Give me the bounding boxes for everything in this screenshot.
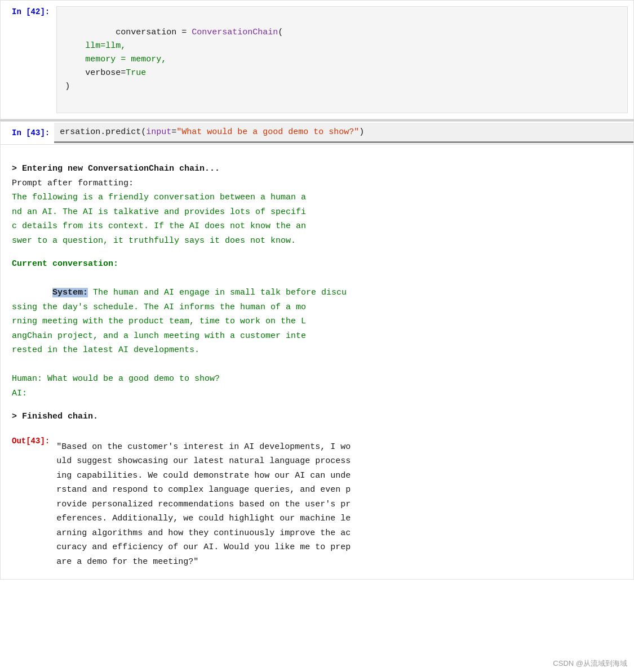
- cell-43-out-label: Out[43]:: [1, 430, 54, 580]
- input-arg: input: [146, 127, 171, 137]
- notebook-container: In [42]: conversation = ConversationChai…: [0, 0, 634, 672]
- csdn-watermark: CSDN @从流域到海域: [553, 658, 627, 669]
- ai-line: AI:: [12, 386, 622, 401]
- input-string: "What would be a good demo to show?": [176, 127, 359, 137]
- cell-43-out-row: Out[43]: "Based on the customer's intere…: [1, 430, 633, 580]
- cell-43-input[interactable]: ersation.predict(input="What would be a …: [54, 123, 633, 143]
- current-conversation: Current conversation:: [12, 257, 622, 272]
- system-text-span: The human and AI engage in small talk be…: [12, 288, 347, 355]
- cell-43: In [43]: ersation.predict(input="What wo…: [0, 121, 634, 580]
- out-text: "Based on the customer's interest in AI …: [56, 435, 628, 574]
- input-eq: =: [171, 127, 176, 137]
- code-line-2: llm=llm,: [65, 41, 126, 51]
- code-line-4: verbose=True: [65, 68, 146, 78]
- cell-42-code[interactable]: conversation = ConversationChain( llm=ll…: [56, 6, 628, 113]
- human-line: Human: What would be a good demo to show…: [12, 372, 622, 386]
- prompt-after-line: Prompt after formatting:: [12, 176, 622, 191]
- cell-43-label: In [43]:: [1, 122, 54, 144]
- input-prefix: ersation.predict(: [60, 127, 146, 137]
- cell-42-row: In [42]: conversation = ConversationChai…: [1, 1, 633, 119]
- cell-42-content: conversation = ConversationChain( llm=ll…: [54, 1, 633, 119]
- code-line-5: ): [65, 82, 70, 91]
- chain-entering-line: > Entering new ConversationChain chain..…: [12, 162, 622, 176]
- system-line: System: The human and AI engage in small…: [12, 272, 622, 372]
- cell-42: In [42]: conversation = ConversationChai…: [0, 0, 634, 119]
- cell-43-out-content: "Based on the customer's interest in AI …: [54, 430, 633, 580]
- cell-42-label: In [42]:: [1, 1, 54, 23]
- cell-43-input-row: In [43]: ersation.predict(input="What wo…: [1, 122, 633, 145]
- code-line-1: conversation = ConversationChain(: [116, 28, 283, 37]
- prompt-body: The following is a friendly conversation…: [12, 190, 622, 248]
- input-suffix: ): [359, 127, 364, 137]
- code-line-3: memory = memory,: [65, 55, 166, 64]
- system-label-span: System:: [52, 288, 88, 297]
- finished-chain-line: > Finished chain.: [12, 410, 622, 424]
- cell-43-output: > Entering new ConversationChain chain..…: [1, 145, 633, 430]
